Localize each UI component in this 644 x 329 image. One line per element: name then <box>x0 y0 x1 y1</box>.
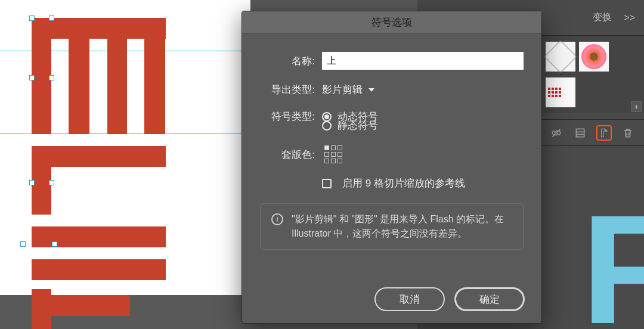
symbol-options-icon[interactable] <box>572 125 588 141</box>
dialog-title: 符号选项 <box>371 15 412 29</box>
name-input[interactable] <box>322 52 524 70</box>
info-box: i "影片剪辑" 和 "图形" 是用来导入 Flash 的标记。在 Illust… <box>260 203 524 250</box>
symbol-options-dialog: 符号选项 名称: 导出类型: 影片剪辑 符号类型: 动态符号 静态符号 <box>242 11 542 324</box>
canvas-behind-letter: F <box>566 156 644 329</box>
name-label: 名称: <box>260 54 315 68</box>
cancel-button[interactable]: 取消 <box>374 287 445 311</box>
info-text: "影片剪辑" 和 "图形" 是用来导入 Flash 的标记。在 Illustra… <box>292 212 512 241</box>
right-panel: 变换 >> + F <box>540 0 644 329</box>
symbols-grid[interactable] <box>540 36 644 113</box>
svg-line-0 <box>552 129 560 136</box>
svg-rect-1 <box>576 129 584 136</box>
registration-label: 套版色: <box>260 148 315 162</box>
chevron-down-icon <box>369 88 374 92</box>
break-link-icon[interactable] <box>549 125 564 141</box>
panel-header: 变换 >> <box>540 0 644 36</box>
expand-icon[interactable]: >> <box>624 13 635 23</box>
symbol-type-label: 符号类型: <box>260 110 315 123</box>
panel-toolbar <box>540 119 644 146</box>
add-symbol-icon[interactable]: + <box>631 101 642 112</box>
dialog-titlebar[interactable]: 符号选项 <box>242 11 541 34</box>
export-type-value: 影片剪辑 <box>322 83 363 97</box>
export-type-select[interactable]: 影片剪辑 <box>322 83 374 97</box>
symbol-thumb[interactable] <box>546 77 575 107</box>
enable-slicing-checkbox[interactable]: 启用 9 格切片缩放的参考线 <box>322 176 465 190</box>
delete-icon[interactable] <box>620 125 636 141</box>
info-icon: i <box>271 213 283 225</box>
radio-icon <box>322 121 332 131</box>
panel-tab-transform[interactable]: 变换 <box>586 9 619 26</box>
symbol-thumb[interactable] <box>546 42 575 72</box>
export-type-label: 导出类型: <box>260 83 315 97</box>
symbol-thumb[interactable] <box>579 42 609 72</box>
registration-grid[interactable] <box>324 145 342 163</box>
ok-button[interactable]: 确定 <box>454 287 525 311</box>
new-symbol-icon[interactable] <box>596 125 612 141</box>
radio-static[interactable]: 静态符号 <box>322 119 524 132</box>
checkbox-icon <box>322 179 332 188</box>
